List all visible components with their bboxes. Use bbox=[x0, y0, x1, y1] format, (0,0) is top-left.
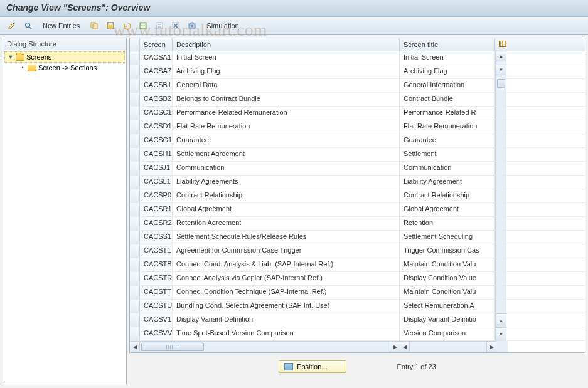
row-header-corner[interactable] bbox=[130, 38, 140, 51]
cell-description[interactable]: Time Spot-Based Version Comparison bbox=[173, 327, 400, 340]
table-row[interactable]: CACSTRConnec. Analysis via Copier (SAP-I… bbox=[130, 272, 585, 286]
row-selector[interactable] bbox=[130, 162, 140, 175]
cell-screen[interactable]: CACSR1 bbox=[140, 203, 173, 216]
cell-screen-title[interactable]: Global Agreement bbox=[400, 203, 495, 216]
cell-screen-title[interactable]: General Information bbox=[400, 79, 495, 92]
row-selector[interactable] bbox=[130, 176, 140, 189]
row-selector[interactable] bbox=[130, 134, 140, 147]
table-row[interactable]: CACSB2Belongs to Contract BundleContract… bbox=[130, 93, 585, 107]
cell-screen[interactable]: CACSJ1 bbox=[140, 162, 173, 175]
simulation-button[interactable]: Simulation bbox=[201, 19, 243, 32]
cell-screen-title[interactable]: Maintain Condition Valu bbox=[400, 258, 495, 271]
table-row[interactable]: CACSV1Display Variant DefinitionDisplay … bbox=[130, 313, 585, 327]
table-row[interactable]: CACSR1Global AgreementGlobal Agreement bbox=[130, 203, 585, 217]
row-selector[interactable] bbox=[130, 107, 140, 120]
cell-screen[interactable]: CACSR2 bbox=[140, 217, 173, 230]
save-icon[interactable] bbox=[104, 19, 117, 32]
cell-screen-title[interactable]: Contract Bundle bbox=[400, 93, 495, 106]
cell-description[interactable]: Contract Relationship bbox=[173, 189, 400, 202]
row-selector[interactable] bbox=[130, 300, 140, 313]
table-row[interactable]: CACSB1General DataGeneral Information bbox=[130, 79, 585, 93]
cell-screen-title[interactable]: Contract Relationship bbox=[400, 189, 495, 202]
cell-description[interactable]: Settlement Schedule Rules/Release Rules bbox=[173, 231, 400, 244]
table-row[interactable]: CACSTBConnec. Cond. Analysis & Liab. (SA… bbox=[130, 258, 585, 272]
cell-description[interactable]: Connec. Cond. Analysis & Liab. (SAP-Inte… bbox=[173, 258, 400, 271]
cell-screen[interactable]: CACSVV bbox=[140, 327, 173, 340]
scroll-left-icon[interactable]: ◀ bbox=[400, 342, 410, 352]
cell-screen[interactable]: CACSA1 bbox=[140, 51, 173, 65]
hscroll-track[interactable] bbox=[410, 342, 486, 352]
table-row[interactable]: CACSR2Retention AgreementRetention bbox=[130, 217, 585, 231]
cell-screen-title[interactable]: Settlement bbox=[400, 148, 495, 161]
config-icon[interactable] bbox=[185, 19, 199, 32]
table-row[interactable]: CACSC1Performance-Related RemunerationPe… bbox=[130, 107, 585, 120]
hscroll-track[interactable] bbox=[140, 342, 390, 352]
position-button[interactable]: Position... bbox=[279, 360, 346, 373]
row-selector[interactable] bbox=[130, 93, 140, 106]
cell-description[interactable]: Performance-Related Remuneration bbox=[173, 107, 400, 120]
table-row[interactable]: CACSS1Settlement Schedule Rules/Release … bbox=[130, 231, 585, 244]
cell-screen[interactable]: CACSS1 bbox=[140, 231, 173, 244]
cell-screen-title[interactable]: Select Remuneration A bbox=[400, 300, 495, 313]
row-selector[interactable] bbox=[130, 231, 140, 244]
deselect-all-icon[interactable] bbox=[152, 19, 166, 32]
undo-icon[interactable] bbox=[120, 19, 134, 32]
table-row[interactable]: CACSG1GuaranteeGuarantee bbox=[130, 134, 585, 148]
cell-description[interactable]: Initial Screen bbox=[173, 51, 400, 65]
cell-screen[interactable]: CACSB2 bbox=[140, 93, 173, 106]
cell-screen-title[interactable]: Display Condition Value bbox=[400, 272, 495, 285]
cell-screen[interactable]: CACST1 bbox=[140, 244, 173, 258]
cell-screen-title[interactable]: Performance-Related R bbox=[400, 107, 495, 120]
cell-screen[interactable]: CACSG1 bbox=[140, 134, 173, 147]
row-selector[interactable] bbox=[130, 258, 140, 271]
table-config-button[interactable] bbox=[495, 38, 506, 51]
row-selector[interactable] bbox=[130, 148, 140, 161]
cell-screen[interactable]: CACSL1 bbox=[140, 176, 173, 189]
cell-screen-title[interactable]: Communication bbox=[400, 162, 495, 175]
cell-screen-title[interactable]: Maintain Condition Valu bbox=[400, 286, 495, 299]
cell-screen-title[interactable]: Liability Agreement bbox=[400, 176, 495, 189]
scroll-left-icon[interactable]: ◀ bbox=[130, 342, 140, 352]
row-selector[interactable] bbox=[130, 272, 140, 285]
table-row[interactable]: CACST1Agreement for Commission Case Trig… bbox=[130, 244, 585, 258]
table-row[interactable]: CACSA7Archiving FlagArchiving Flag▼ bbox=[130, 65, 585, 79]
table-row[interactable]: CACSL1Liability AgreementsLiability Agre… bbox=[130, 176, 585, 189]
cell-description[interactable]: Bundling Cond. Selectn Agreement (SAP In… bbox=[173, 300, 400, 313]
cell-description[interactable]: Display Variant Definition bbox=[173, 313, 400, 327]
cell-screen-title[interactable]: Version Comparison bbox=[400, 327, 495, 340]
cell-description[interactable]: Agreement for Commission Case Trigger bbox=[173, 244, 400, 258]
cell-description[interactable]: Archiving Flag bbox=[173, 65, 400, 78]
table-row[interactable]: CACSTUBundling Cond. Selectn Agreement (… bbox=[130, 300, 585, 313]
cell-screen-title[interactable]: Flat-Rate Remuneration bbox=[400, 120, 495, 134]
cell-description[interactable]: Belongs to Contract Bundle bbox=[173, 93, 400, 106]
scroll-up-icon[interactable]: ▲ bbox=[496, 313, 506, 327]
cell-description[interactable]: Retention Agreement bbox=[173, 217, 400, 230]
cell-screen-title[interactable]: Archiving Flag bbox=[400, 65, 495, 78]
hscroll-thumb[interactable] bbox=[141, 343, 204, 351]
toggle-display-change-icon[interactable] bbox=[5, 19, 19, 32]
table-row[interactable]: CACSP0Contract RelationshipContract Rela… bbox=[130, 189, 585, 203]
cell-screen[interactable]: CACSP0 bbox=[140, 189, 173, 202]
hscroll-title[interactable]: ◀ ▶ bbox=[400, 341, 496, 352]
cell-screen[interactable]: CACSTT bbox=[140, 286, 173, 299]
vscroll-thumb[interactable] bbox=[497, 79, 505, 88]
copy-icon[interactable] bbox=[87, 19, 101, 32]
col-header-screen[interactable]: Screen bbox=[140, 38, 173, 51]
cell-description[interactable]: Connec. Analysis via Copier (SAP-Interna… bbox=[173, 272, 400, 285]
tree-item-screen-sections[interactable]: • Screen -> Sections bbox=[4, 63, 125, 73]
cell-screen[interactable]: CACSH1 bbox=[140, 148, 173, 161]
scroll-down-icon[interactable]: ▼ bbox=[496, 327, 506, 341]
cell-screen[interactable]: CACSV1 bbox=[140, 313, 173, 327]
table-row[interactable]: CACSD1Flat-Rate RemunerationFlat-Rate Re… bbox=[130, 120, 585, 134]
cell-screen-title[interactable]: Retention bbox=[400, 217, 495, 230]
cell-screen-title[interactable]: Guarantee bbox=[400, 134, 495, 147]
table-row[interactable]: CACSTTConnec. Condition Technique (SAP-I… bbox=[130, 286, 585, 300]
row-selector[interactable] bbox=[130, 203, 140, 216]
scroll-down-icon[interactable]: ▼ bbox=[496, 65, 506, 75]
cell-screen[interactable]: CACSD1 bbox=[140, 120, 173, 134]
col-header-screen-title[interactable]: Screen title bbox=[400, 38, 495, 51]
cell-description[interactable]: Global Agreement bbox=[173, 203, 400, 216]
scroll-up-icon[interactable]: ▲ bbox=[496, 51, 506, 61]
new-entries-button[interactable]: New Entries bbox=[38, 19, 85, 32]
cell-description[interactable]: Settlement Agreement bbox=[173, 148, 400, 161]
